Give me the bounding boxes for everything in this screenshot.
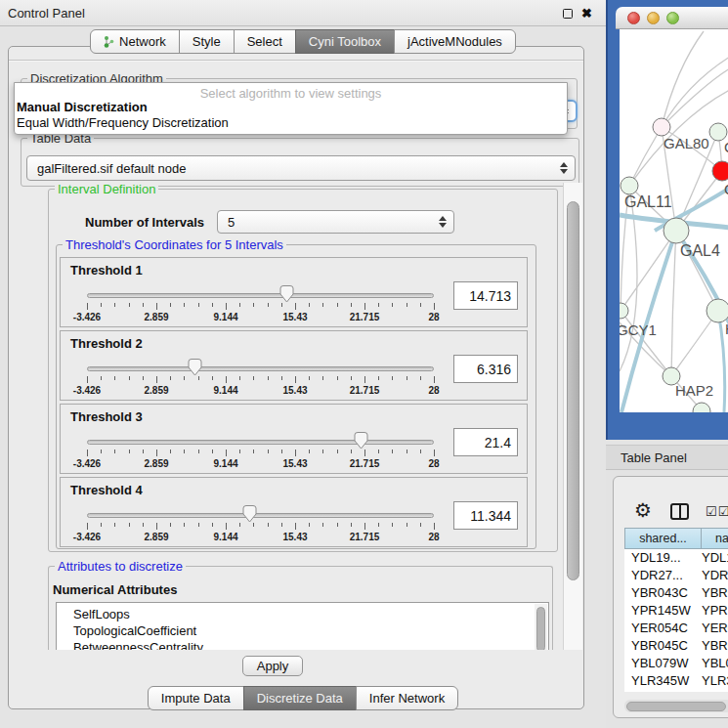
table-row[interactable]: YDL19...YDL1: [624, 549, 728, 567]
column-header-shared[interactable]: shared...: [624, 528, 702, 549]
threshold-value-field[interactable]: 6.316: [453, 355, 518, 383]
network-edge[interactable]: [671, 231, 676, 376]
tab-select[interactable]: Select: [234, 29, 296, 54]
threshold-value-field[interactable]: 21.4: [453, 428, 518, 456]
slider-tick: [226, 303, 227, 310]
network-window-titlebar[interactable]: [616, 7, 728, 29]
slider-tick: [87, 376, 88, 383]
network-edge[interactable]: [662, 31, 704, 127]
gear-icon[interactable]: ⚙: [634, 498, 652, 522]
slider-scale-label: 28: [409, 385, 458, 396]
slider-tick: [337, 376, 338, 380]
table-row[interactable]: YLR345WYLR3: [624, 672, 728, 690]
attribute-list-item[interactable]: SelfLoops: [57, 606, 548, 622]
slider-tick: [212, 523, 213, 527]
numerical-attributes-list[interactable]: SelfLoopsTopologicalCoefficientBetweenne…: [56, 602, 549, 650]
threshold-panel-4: Threshold 4-3.4262.8599.14415.4321.71528…: [60, 477, 528, 547]
slider-tick: [378, 450, 379, 453]
network-node-gal80[interactable]: [653, 118, 670, 136]
slider-tick: [378, 303, 379, 307]
threshold-value-field[interactable]: 11.344: [453, 501, 518, 530]
table-row[interactable]: YIL052CYIL0: [624, 690, 728, 692]
dropdown-item-manual-discretization[interactable]: Manual Discretization: [15, 100, 567, 115]
network-node-gal4[interactable]: [664, 218, 689, 243]
bottom-tab-bar: Impute DataDiscretize DataInfer Network: [0, 686, 606, 710]
table-data-combobox[interactable]: galFiltered.sif default node: [26, 155, 576, 181]
tab-discretize-data[interactable]: Discretize Data: [243, 686, 357, 710]
threshold-value-field[interactable]: 14.713: [453, 281, 518, 310]
slider-tick: [184, 523, 185, 527]
network-node-gcy1[interactable]: [620, 303, 628, 319]
network-node-gal11[interactable]: [621, 177, 638, 194]
panel-scrollbar-thumb[interactable]: [567, 201, 579, 580]
slider-tick: [392, 376, 393, 380]
network-edge[interactable]: [662, 68, 728, 127]
table-row[interactable]: YBR043CYBR0: [624, 584, 728, 602]
zoom-traffic-light[interactable]: [666, 12, 679, 24]
thresholds-group: Threshold's Coordinates for 5 Intervals …: [56, 244, 536, 549]
slider-scale-label: -3.426: [63, 385, 111, 396]
slider-tick: [212, 303, 213, 307]
apply-button[interactable]: Apply: [242, 656, 303, 676]
slider-handle[interactable]: [241, 504, 258, 524]
table-row[interactable]: YDR27...YDR2: [624, 567, 728, 584]
tab-infer-network[interactable]: Infer Network: [356, 686, 458, 710]
slider-tick: [309, 450, 310, 453]
table-cell: YLR3: [702, 672, 728, 690]
list-scrollbar[interactable]: [535, 604, 547, 650]
table-row[interactable]: YPR145WYPR1: [624, 602, 728, 620]
slider-track[interactable]: [87, 513, 434, 518]
node-label: GAL80: [664, 135, 709, 151]
float-window-icon[interactable]: [563, 9, 573, 19]
slider-tick: [407, 523, 407, 527]
slider-tick: [101, 523, 102, 527]
slider-tick: [351, 303, 352, 307]
slider-scale-label: 9.144: [201, 312, 250, 322]
threshold-label: Threshold 1: [70, 263, 143, 278]
cyni-toolbox-panel: Discretization Algorithm Table Data galF…: [8, 46, 584, 709]
list-scrollbar-thumb[interactable]: [536, 607, 545, 650]
slider-handle[interactable]: [278, 284, 295, 304]
network-edge[interactable]: [718, 311, 725, 412]
network-node-selected-red[interactable]: [712, 161, 728, 181]
tab-jactivemnodules[interactable]: jActiveMNodules: [394, 29, 516, 54]
slider-tick: [322, 303, 323, 307]
tab-style[interactable]: Style: [179, 29, 235, 54]
tab-impute-data[interactable]: Impute Data: [148, 686, 244, 710]
slider-handle[interactable]: [187, 358, 203, 377]
slider-track[interactable]: [87, 293, 434, 298]
slider-tick: [226, 376, 227, 383]
slider-handle[interactable]: [353, 431, 369, 450]
slider-tick: [351, 523, 352, 527]
network-canvas[interactable]: GAL80 GA C GAL11 GAL4 GCY1 H HAP2: [620, 29, 728, 412]
table-data-group: Table Data galFiltered.sif default node: [21, 138, 579, 187]
close-icon[interactable]: ✖: [581, 9, 592, 19]
network-edge[interactable]: [629, 127, 662, 186]
slider-tick: [114, 450, 115, 453]
attribute-list-item[interactable]: BetweennessCentrality: [57, 639, 548, 650]
close-traffic-light[interactable]: [627, 12, 640, 24]
column-header-name[interactable]: na: [701, 528, 728, 549]
attribute-list-item[interactable]: TopologicalCoefficient: [57, 622, 548, 639]
table-row[interactable]: YBL079WYBL0: [624, 655, 728, 672]
table-cell: YER0: [702, 620, 728, 637]
slider-track[interactable]: [87, 366, 434, 371]
tab-cyni-toolbox[interactable]: Cyni Toolbox: [295, 29, 395, 54]
network-node[interactable]: [707, 299, 728, 322]
table-row[interactable]: YBR045CYBR0: [624, 637, 728, 655]
number-of-intervals-combobox[interactable]: 5: [217, 210, 454, 234]
columns-icon[interactable]: [670, 503, 689, 520]
minimize-traffic-light[interactable]: [647, 12, 660, 24]
dropdown-item-equal-width-frequency[interactable]: Equal Width/Frequency Discretization: [15, 115, 567, 131]
slider-tick: [337, 303, 338, 307]
table-row[interactable]: YER054CYER0: [624, 620, 728, 637]
table-scrollbar-thumb[interactable]: [626, 702, 726, 711]
slider-scale-label: 2.859: [132, 312, 181, 322]
panel-scrollbar[interactable]: [563, 183, 582, 650]
table-horizontal-scrollbar[interactable]: [624, 700, 728, 712]
network-edge[interactable]: [621, 231, 676, 311]
slider-track[interactable]: [87, 440, 434, 445]
tab-network[interactable]: Network: [90, 29, 180, 54]
checkbox-icons[interactable]: ☑☑: [706, 504, 728, 519]
slider-tick: [184, 303, 185, 307]
